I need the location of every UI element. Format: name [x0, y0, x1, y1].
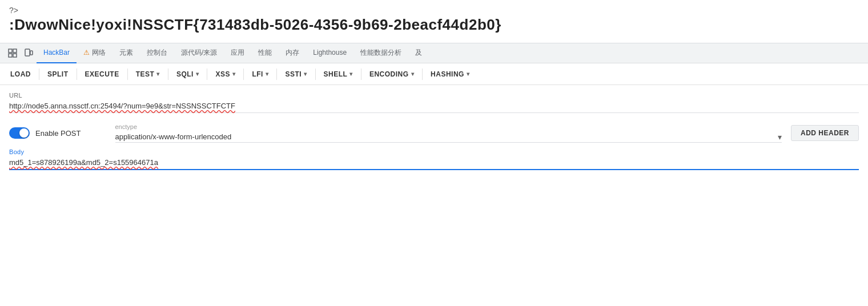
encoding-dropdown-arrow: ▾	[411, 71, 415, 77]
xss-button[interactable]: XSS ▾	[210, 66, 241, 82]
tab-console[interactable]: 控制台	[140, 43, 174, 63]
tab-hackbar[interactable]: HackBar	[37, 43, 77, 63]
tab-application[interactable]: 应用	[224, 43, 251, 63]
devtools-tabbar: HackBar ⚠ 网络 元素 控制台 源代码/来源 应用 性能 内存 Ligh…	[0, 43, 868, 63]
warning-icon: ⚠	[83, 49, 90, 57]
enctype-select-wrapper: application/x-www-form-urlencoded multip…	[115, 131, 782, 143]
tab-elements[interactable]: 元素	[112, 43, 140, 63]
separator-5	[207, 69, 207, 80]
tab-lighthouse-label: Lighthouse	[313, 49, 347, 57]
tab-memory-label: 内存	[286, 48, 299, 58]
enctype-label: enctype	[115, 123, 782, 130]
tab-performance-label: 性能	[258, 48, 272, 58]
shell-button-label: SHELL	[324, 70, 348, 78]
tab-hackbar-label: HackBar	[43, 49, 70, 57]
shell-button[interactable]: SHELL ▾	[318, 66, 359, 82]
lfi-button-label: LFI	[252, 70, 263, 78]
separator-10	[422, 69, 423, 80]
enable-post-toggle[interactable]	[9, 127, 30, 139]
body-section: Body md5_1=s878926199a&md5_2=s155964671a	[9, 148, 859, 170]
tab-performance[interactable]: 性能	[251, 43, 279, 63]
encoding-button-label: ENCODING	[369, 70, 409, 78]
xss-dropdown-arrow: ▾	[232, 71, 236, 77]
separator-1	[39, 69, 39, 80]
separator-2	[77, 69, 77, 80]
tab-lighthouse[interactable]: Lighthouse	[306, 43, 353, 63]
hashing-button[interactable]: HASHING ▾	[425, 66, 475, 82]
tab-sources[interactable]: 源代码/来源	[174, 43, 224, 63]
inspector-icon[interactable]	[5, 45, 21, 61]
separator-9	[361, 69, 361, 80]
svg-rect-0	[9, 49, 12, 53]
svg-rect-5	[30, 51, 33, 55]
url-value[interactable]: http://node5.anna.nssctf.cn:25494/?num=9…	[9, 100, 859, 113]
lfi-button[interactable]: LFI ▾	[246, 66, 274, 82]
tab-application-label: 应用	[231, 48, 244, 58]
test-button-label: TEST	[136, 70, 155, 78]
enctype-select[interactable]: application/x-www-form-urlencoded multip…	[115, 131, 778, 142]
hackbar-content: URL http://node5.anna.nssctf.cn:25494/?n…	[0, 85, 868, 177]
output-area: ?> :DwowNice!yoxi!NSSCTF{731483db-5026-4…	[0, 0, 868, 43]
lfi-dropdown-arrow: ▾	[266, 71, 269, 77]
svg-rect-1	[13, 49, 17, 53]
split-button[interactable]: SPLIT	[42, 66, 74, 82]
post-row: Enable POST enctype application/x-www-fo…	[9, 123, 859, 143]
ssti-dropdown-arrow: ▾	[304, 71, 307, 77]
hashing-button-label: HASHING	[431, 70, 464, 78]
hackbar-toolbar: LOAD SPLIT EXECUTE TEST ▾ SQLI ▾ XSS ▾ L…	[0, 63, 868, 85]
svg-rect-2	[9, 54, 12, 57]
separator-8	[315, 69, 316, 80]
enctype-section: enctype application/x-www-form-urlencode…	[115, 123, 782, 143]
svg-rect-4	[25, 49, 30, 56]
sqli-button[interactable]: SQLI ▾	[171, 66, 205, 82]
svg-rect-3	[13, 54, 17, 57]
enable-post-toggle-wrapper: Enable POST	[9, 127, 81, 139]
sqli-button-label: SQLI	[176, 70, 194, 78]
enctype-dropdown-arrow: ▾	[778, 132, 782, 142]
tab-network[interactable]: ⚠ 网络	[77, 43, 112, 63]
tab-network-label: 网络	[92, 48, 106, 58]
execute-button[interactable]: EXECUTE	[79, 66, 125, 82]
device-icon[interactable]	[21, 45, 37, 61]
tab-perf-analysis-label: 性能数据分析	[360, 48, 401, 58]
separator-6	[243, 69, 244, 80]
body-label: Body	[9, 148, 859, 155]
body-value[interactable]: md5_1=s878926199a&md5_2=s155964671a	[9, 157, 859, 170]
tab-console-label: 控制台	[147, 48, 167, 58]
separator-4	[168, 69, 168, 80]
url-section: URL http://node5.anna.nssctf.cn:25494/?n…	[9, 92, 859, 113]
tab-memory[interactable]: 内存	[279, 43, 306, 63]
separator-3	[127, 69, 128, 80]
ssti-button[interactable]: SSTI ▾	[279, 66, 312, 82]
url-label: URL	[9, 92, 859, 99]
xss-button-label: XSS	[215, 70, 230, 78]
separator-7	[276, 69, 277, 80]
ssti-button-label: SSTI	[285, 70, 302, 78]
tab-elements-label: 元素	[119, 48, 133, 58]
hashing-dropdown-arrow: ▾	[467, 71, 470, 77]
tab-sources-label: 源代码/来源	[181, 48, 217, 58]
encoding-button[interactable]: ENCODING ▾	[364, 66, 420, 82]
enable-post-label: Enable POST	[35, 129, 81, 138]
flag-output: :DwowNice!yoxi!NSSCTF{731483db-5026-4356…	[9, 16, 859, 34]
shell-dropdown-arrow: ▾	[349, 71, 353, 77]
load-button[interactable]: LOAD	[5, 66, 37, 82]
add-header-button[interactable]: ADD HEADER	[791, 125, 859, 141]
sqli-dropdown-arrow: ▾	[196, 71, 199, 77]
php-tag: ?>	[9, 6, 859, 15]
tab-more-label: 及	[415, 48, 422, 58]
tab-perf-analysis[interactable]: 性能数据分析	[353, 43, 408, 63]
test-button[interactable]: TEST ▾	[130, 66, 166, 82]
toggle-thumb	[19, 128, 29, 138]
test-dropdown-arrow: ▾	[156, 71, 160, 77]
tab-more[interactable]: 及	[408, 43, 429, 63]
